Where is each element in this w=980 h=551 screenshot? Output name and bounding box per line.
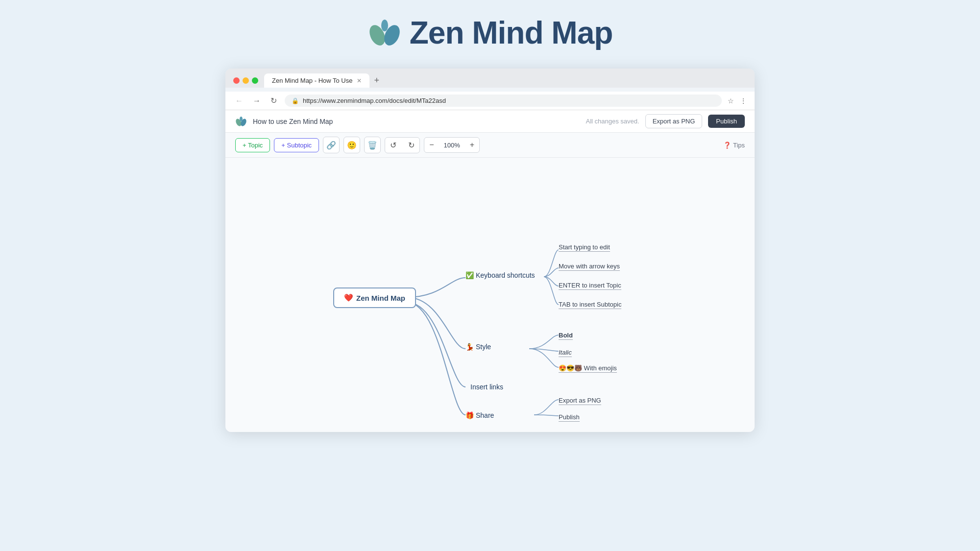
mindmap-canvas[interactable]: ❤️ Zen Mind Map ✅ Keyboard shortcuts Sta…: [225, 158, 755, 432]
leaf-move-label: Move with arrow keys: [559, 263, 620, 270]
redo-button[interactable]: ↻: [403, 138, 419, 153]
share-emoji: 🎁: [466, 411, 474, 419]
zoom-in-button[interactable]: +: [465, 138, 479, 152]
traffic-light-red[interactable]: [233, 77, 240, 84]
app-logo-icon: [368, 18, 402, 48]
svg-point-2: [381, 20, 388, 31]
zoom-value: 100%: [441, 142, 463, 149]
root-node-emoji: ❤️: [344, 293, 353, 302]
branch-insert-links[interactable]: Insert links: [470, 383, 503, 391]
add-subtopic-button[interactable]: + Subtopic: [274, 138, 319, 152]
leaf-with-emojis[interactable]: 😍😎🐻 With emojis: [559, 364, 617, 373]
leaf-bold[interactable]: Bold: [559, 332, 573, 340]
leaf-italic-label: Italic: [559, 349, 572, 356]
address-bar[interactable]: 🔒 https://www.zenmindmap.com/docs/edit/M…: [285, 95, 722, 107]
leaf-bold-label: Bold: [559, 332, 573, 339]
tab-title: Zen Mind Map - How To Use: [272, 77, 353, 84]
leaf-italic[interactable]: Italic: [559, 349, 572, 357]
branch-style[interactable]: 💃 Style: [466, 343, 491, 351]
browser-tab[interactable]: Zen Mind Map - How To Use ✕: [264, 73, 369, 88]
leaf-enter-label: ENTER to insert Topic: [559, 282, 621, 289]
leaf-publish[interactable]: Publish: [559, 413, 580, 422]
leaf-export-png[interactable]: Export as PNG: [559, 397, 601, 405]
traffic-light-green[interactable]: [252, 77, 258, 84]
insert-label: Insert links: [470, 383, 503, 391]
leaf-tab-label: TAB to insert Subtopic: [559, 301, 621, 308]
keyboard-emoji: ✅: [466, 271, 474, 279]
leaf-start-typing[interactable]: Start typing to edit: [559, 243, 610, 252]
lock-icon: 🔒: [292, 97, 299, 104]
new-tab-button[interactable]: +: [371, 75, 383, 86]
back-button[interactable]: ←: [233, 96, 245, 106]
tips-label: Tips: [733, 142, 745, 149]
insert-emoji-button[interactable]: 🙂: [343, 137, 360, 153]
tab-close-button[interactable]: ✕: [357, 77, 362, 84]
branch-share[interactable]: 🎁 Share: [466, 411, 494, 419]
app-title: Zen Mind Map: [410, 15, 613, 51]
browser-chrome: Zen Mind Map - How To Use ✕ +: [225, 69, 755, 88]
url-text: https://www.zenmindmap.com/docs/edit/MTa…: [303, 97, 715, 104]
share-label: Share: [476, 411, 494, 419]
bookmark-icon[interactable]: ☆: [728, 97, 734, 105]
leaf-export-label: Export as PNG: [559, 397, 601, 404]
reload-button[interactable]: ↻: [269, 95, 279, 106]
app-toolbar: How to use Zen Mind Map All changes save…: [225, 110, 755, 133]
leaf-tab-subtopic[interactable]: TAB to insert Subtopic: [559, 301, 621, 309]
leaf-enter-topic[interactable]: ENTER to insert Topic: [559, 282, 621, 290]
branch-keyboard[interactable]: ✅ Keyboard shortcuts: [466, 271, 535, 279]
document-title: How to use Zen Mind Map: [253, 118, 333, 125]
leaf-publish-label: Publish: [559, 413, 580, 421]
style-label: Style: [476, 343, 491, 351]
forward-button[interactable]: →: [251, 96, 263, 106]
svg-point-5: [240, 117, 243, 121]
export-png-button[interactable]: Export as PNG: [645, 114, 703, 128]
traffic-lights: [233, 77, 258, 84]
zoom-level-control: − 100% +: [424, 137, 480, 153]
leaf-emoji-label: 😍😎🐻 With emojis: [559, 364, 617, 372]
publish-button[interactable]: Publish: [708, 115, 745, 128]
root-node-label: Zen Mind Map: [356, 294, 405, 302]
undo-button[interactable]: ↺: [385, 138, 401, 153]
mindmap-connections: [225, 158, 755, 432]
browser-addressbar: ← → ↻ 🔒 https://www.zenmindmap.com/docs/…: [225, 92, 755, 110]
mindmap-toolbar: + Topic + Subtopic 🔗 🙂 🗑️ ↺ ↻ − 100% + ❓…: [225, 133, 755, 158]
app-header: Zen Mind Map: [368, 15, 613, 51]
zoom-control: ↺ ↻: [385, 137, 420, 153]
insert-link-button[interactable]: 🔗: [323, 137, 340, 153]
traffic-light-yellow[interactable]: [243, 77, 249, 84]
save-status: All changes saved.: [586, 118, 639, 125]
keyboard-label: Keyboard shortcuts: [476, 271, 535, 279]
browser-tabs: Zen Mind Map - How To Use ✕ +: [264, 73, 382, 88]
browser-window: Zen Mind Map - How To Use ✕ + ← → ↻ 🔒 ht…: [225, 69, 755, 432]
brand-logo-icon: [235, 117, 247, 126]
leaf-move-arrows[interactable]: Move with arrow keys: [559, 263, 620, 271]
tips-icon: ❓: [723, 142, 731, 149]
tips-button[interactable]: ❓ Tips: [723, 142, 745, 149]
leaf-start-label: Start typing to edit: [559, 243, 610, 251]
add-topic-button[interactable]: + Topic: [235, 138, 270, 152]
brand-logo: [235, 117, 247, 126]
delete-button[interactable]: 🗑️: [364, 137, 381, 153]
browser-title-bar: Zen Mind Map - How To Use ✕ +: [233, 73, 747, 88]
more-options-icon[interactable]: ⋮: [740, 97, 747, 105]
style-emoji: 💃: [466, 343, 474, 351]
zoom-out-button[interactable]: −: [424, 138, 439, 152]
root-node[interactable]: ❤️ Zen Mind Map: [333, 287, 416, 308]
